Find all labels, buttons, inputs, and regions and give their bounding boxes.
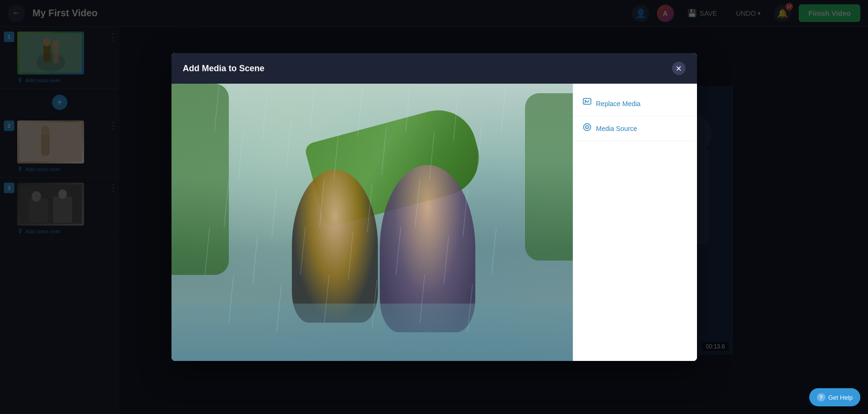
modal-sidebar: Replace Media Media Source bbox=[573, 84, 697, 361]
modal-header: Add Media to Scene ✕ bbox=[171, 53, 697, 84]
foliage-right bbox=[525, 93, 573, 261]
media-image: .rain-line { stroke: rgba(200,230,255,0.… bbox=[171, 84, 573, 361]
media-source-option[interactable]: Media Source bbox=[573, 116, 697, 141]
modal-backdrop[interactable]: Add Media to Scene ✕ bbox=[0, 0, 868, 414]
person-left bbox=[292, 170, 378, 323]
water-scene bbox=[171, 304, 573, 361]
replace-media-label: Replace Media bbox=[596, 100, 641, 108]
modal-body: .rain-line { stroke: rgba(200,230,255,0.… bbox=[171, 84, 697, 361]
close-icon: ✕ bbox=[675, 64, 682, 73]
svg-rect-49 bbox=[583, 98, 591, 104]
replace-media-icon bbox=[583, 98, 591, 109]
add-media-modal: Add Media to Scene ✕ bbox=[171, 53, 697, 361]
get-help-button[interactable]: ? Get Help bbox=[809, 388, 860, 406]
get-help-label: Get Help bbox=[828, 394, 853, 401]
modal-title: Add Media to Scene bbox=[183, 64, 265, 74]
svg-point-50 bbox=[585, 100, 586, 101]
svg-point-53 bbox=[587, 127, 588, 128]
media-source-icon bbox=[583, 123, 591, 134]
foliage-left bbox=[171, 84, 229, 275]
modal-media-preview: .rain-line { stroke: rgba(200,230,255,0.… bbox=[171, 84, 573, 361]
replace-media-option[interactable]: Replace Media bbox=[573, 91, 697, 116]
modal-close-button[interactable]: ✕ bbox=[672, 62, 686, 75]
media-source-label: Media Source bbox=[596, 125, 637, 132]
help-icon: ? bbox=[817, 393, 825, 402]
